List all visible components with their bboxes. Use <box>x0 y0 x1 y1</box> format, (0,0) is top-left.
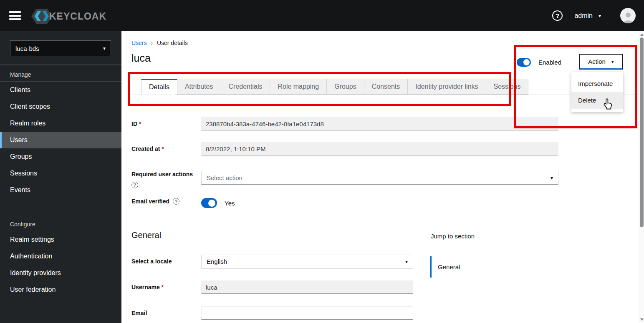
email-verified-label: Email verified <box>131 198 169 205</box>
sidebar-nav: Manage Clients Client scopes Realm roles… <box>0 68 121 298</box>
chevron-down-icon: ▾ <box>405 259 408 265</box>
sidebar-item-groups[interactable]: Groups <box>0 148 121 165</box>
chevron-down-icon: ▾ <box>611 59 614 65</box>
id-field-row: ID <box>131 117 558 130</box>
user-menu-label: admin <box>574 12 593 20</box>
scrollbar-thumb[interactable] <box>640 38 644 227</box>
username-label: Username <box>131 280 201 290</box>
chevron-down-icon: ▾ <box>103 45 106 51</box>
jump-to-section-title: Jump to section <box>431 233 475 240</box>
tab-role-mapping[interactable]: Role mapping <box>270 79 327 95</box>
sidebar-item-sessions[interactable]: Sessions <box>0 165 121 182</box>
tabs-divider <box>131 95 639 95</box>
user-detail-tabs: Details Attributes Credentials Role mapp… <box>141 79 528 95</box>
sidebar-item-events[interactable]: Events <box>0 182 121 198</box>
avatar[interactable] <box>620 8 636 23</box>
action-dropdown-button[interactable]: Action ▾ <box>579 54 623 70</box>
page-title: luca <box>131 52 151 64</box>
tab-groups[interactable]: Groups <box>327 79 364 95</box>
help-icon[interactable]: ? <box>173 198 179 205</box>
sidebar-item-realm-roles[interactable]: Realm roles <box>0 115 121 132</box>
email-verified-toggle[interactable] <box>201 198 217 208</box>
tab-credentials[interactable]: Credentials <box>221 79 270 95</box>
user-menu[interactable]: admin ▾ <box>574 12 601 20</box>
nav-toggle-hamburger-icon[interactable] <box>9 11 21 20</box>
required-actions-select[interactable]: Select action ▾ <box>201 171 558 185</box>
breadcrumb: Users › User details <box>131 40 188 46</box>
breadcrumb-current: User details <box>157 40 188 46</box>
help-icon[interactable]: ? <box>552 10 563 21</box>
chevron-down-icon: ▾ <box>599 13 601 19</box>
sidebar-item-realm-settings[interactable]: Realm settings <box>0 231 121 248</box>
enabled-toggle[interactable] <box>517 58 531 67</box>
locale-select[interactable]: English ▾ <box>201 255 413 268</box>
locale-field-row: Select a locale English ▾ <box>131 255 413 268</box>
tab-sessions[interactable]: Sessions <box>486 79 529 95</box>
locale-value: English <box>207 258 227 265</box>
nav-section-configure: Configure <box>0 218 121 231</box>
id-input[interactable] <box>201 117 558 130</box>
email-input[interactable] <box>201 306 413 320</box>
id-label: ID <box>131 117 201 127</box>
sidebar-item-authentication[interactable]: Authentication <box>0 248 121 265</box>
keycloak-logo: KEYCLOAK <box>31 7 106 25</box>
person-icon <box>622 11 634 23</box>
tab-consents[interactable]: Consents <box>364 79 408 95</box>
tab-details[interactable]: Details <box>141 79 177 95</box>
jump-link-general[interactable]: General <box>430 256 475 278</box>
scroll-down-arrow-icon[interactable] <box>640 318 644 321</box>
mouse-cursor-pointer-icon <box>602 98 613 112</box>
chevron-down-icon: ▾ <box>551 175 553 181</box>
realm-name: luca-bds <box>15 45 39 52</box>
email-verified-row: Email verified ? Yes <box>131 198 235 208</box>
required-actions-placeholder: Select action <box>207 174 242 181</box>
breadcrumb-separator-icon: › <box>151 40 153 46</box>
required-actions-field-row: Required user actions ? Select action ▾ <box>131 167 558 188</box>
email-label: Email <box>131 306 201 316</box>
created-at-field-row: Created at <box>131 142 558 155</box>
sidebar-item-client-scopes[interactable]: Client scopes <box>0 98 121 115</box>
created-at-input[interactable] <box>201 142 558 155</box>
enabled-label: Enabled <box>538 59 561 66</box>
action-button-label: Action <box>588 58 606 65</box>
tab-attributes[interactable]: Attributes <box>177 79 221 95</box>
sidebar-item-user-federation[interactable]: User federation <box>0 281 121 298</box>
action-dropdown-menu: Impersonate Delete <box>571 72 623 112</box>
email-field-row: Email <box>131 306 413 320</box>
menu-item-delete[interactable]: Delete <box>571 92 623 109</box>
created-at-label: Created at <box>131 142 201 152</box>
help-icon[interactable]: ? <box>131 182 138 188</box>
general-section-title: General <box>131 230 161 240</box>
sidebar: luca-bds ▾ Manage Clients Client scopes … <box>0 31 121 323</box>
locale-label: Select a locale <box>131 255 201 265</box>
scroll-up-arrow-icon[interactable] <box>640 33 644 36</box>
realm-selector[interactable]: luca-bds ▾ <box>10 40 111 56</box>
jump-to-section-panel: Jump to section General <box>431 233 475 283</box>
tab-identity-provider-links[interactable]: Identity provider links <box>408 79 486 95</box>
brand-wordmark: KEYCLOAK <box>49 11 106 22</box>
menu-item-impersonate[interactable]: Impersonate <box>571 75 623 92</box>
nav-section-manage: Manage <box>0 68 121 82</box>
vertical-scrollbar[interactable] <box>639 31 644 323</box>
masthead: KEYCLOAK ? admin ▾ <box>0 0 644 31</box>
username-field-row: Username <box>131 280 413 294</box>
sidebar-item-clients[interactable]: Clients <box>0 82 121 98</box>
breadcrumb-users-link[interactable]: Users <box>131 40 147 46</box>
keycloak-admin-console: KEYCLOAK ? admin ▾ luca-bds ▾ Manage Cli… <box>0 0 644 323</box>
sidebar-item-identity-providers[interactable]: Identity providers <box>0 265 121 281</box>
required-actions-label: Required user actions <box>131 171 201 178</box>
username-input[interactable] <box>201 280 413 294</box>
sidebar-item-users[interactable]: Users <box>0 132 121 148</box>
main-content: Users › User details luca Enabled Action… <box>121 31 639 323</box>
email-verified-state: Yes <box>225 200 235 207</box>
